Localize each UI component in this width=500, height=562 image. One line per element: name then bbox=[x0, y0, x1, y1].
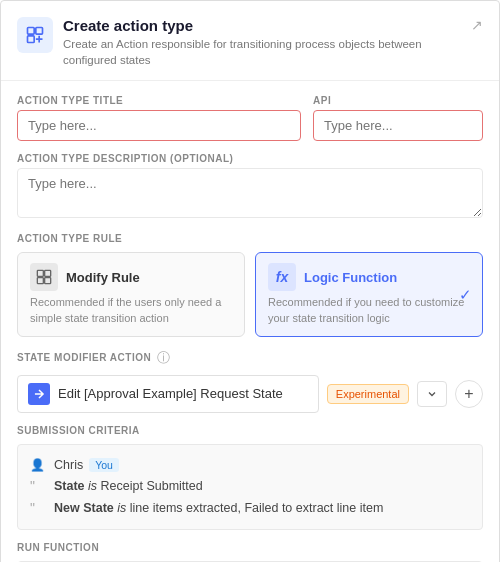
modal-header: Create action type Create an Action resp… bbox=[1, 1, 499, 81]
state-modifier-text: Edit [Approval Example] Request State bbox=[58, 386, 308, 401]
state-modifier-info-icon[interactable]: ⓘ bbox=[157, 349, 170, 367]
submission-criteria-label: SUBMISSION CRITERIA bbox=[17, 425, 483, 436]
criteria-state-label: State bbox=[54, 479, 85, 493]
user-icon: 👤 bbox=[30, 458, 46, 472]
external-link-icon[interactable]: ↗ bbox=[471, 17, 483, 33]
quote-icon-2: " bbox=[30, 500, 46, 516]
modify-rule-header: Modify Rule bbox=[30, 263, 232, 291]
run-function-section: RUN FUNCTION ⬤ [Approval Example] Reques… bbox=[17, 542, 483, 562]
title-field-group: ACTION TYPE TITLE bbox=[17, 95, 301, 141]
svg-rect-5 bbox=[37, 278, 43, 284]
svg-rect-0 bbox=[28, 28, 35, 35]
modify-rule-title: Modify Rule bbox=[66, 270, 140, 285]
state-modifier-dropdown-btn[interactable] bbox=[417, 381, 447, 407]
add-state-modifier-btn[interactable]: + bbox=[455, 380, 483, 408]
criteria-new-state-is: is bbox=[117, 501, 130, 515]
criteria-section: 👤 Chris You " State is Receipt Submitted bbox=[17, 444, 483, 530]
logic-function-icon: fx bbox=[268, 263, 296, 291]
api-field-group: API bbox=[313, 95, 483, 141]
modal-subtitle: Create an Action responsible for transit… bbox=[63, 36, 471, 68]
action-type-title-input[interactable] bbox=[17, 110, 301, 141]
state-modifier-label: STATE MODIFIER ACTION bbox=[17, 352, 151, 363]
logic-function-desc: Recommended if you need to customize you… bbox=[268, 295, 470, 326]
experimental-badge: Experimental bbox=[327, 384, 409, 404]
header-left: Create action type Create an Action resp… bbox=[17, 17, 471, 68]
svg-rect-2 bbox=[28, 36, 35, 43]
criteria-state-value: Receipt Submitted bbox=[101, 479, 203, 493]
svg-rect-1 bbox=[36, 28, 43, 35]
rule-section-label: ACTION TYPE RULE bbox=[17, 233, 483, 244]
criteria-user: Chris You bbox=[54, 458, 119, 472]
rule-options: Modify Rule Recommended if the users onl… bbox=[17, 252, 483, 337]
you-badge: You bbox=[89, 458, 119, 472]
title-api-row: ACTION TYPE TITLE API bbox=[17, 95, 483, 141]
description-input[interactable] bbox=[17, 168, 483, 218]
criteria-state-is: is bbox=[88, 479, 101, 493]
state-modifier-header: STATE MODIFIER ACTION ⓘ bbox=[17, 349, 483, 367]
modal-title: Create action type bbox=[63, 17, 471, 34]
header-icon bbox=[17, 17, 53, 53]
rule-section: ACTION TYPE RULE Modify Rule bbox=[17, 233, 483, 337]
api-input[interactable] bbox=[313, 110, 483, 141]
logic-function-card[interactable]: fx Logic Function Recommended if you nee… bbox=[255, 252, 483, 337]
logic-function-header: fx Logic Function bbox=[268, 263, 470, 291]
submission-criteria-section: SUBMISSION CRITERIA 👤 Chris You " State … bbox=[17, 425, 483, 530]
criteria-user-name: Chris bbox=[54, 458, 83, 472]
modify-rule-desc: Recommended if the users only need a sim… bbox=[30, 295, 232, 326]
description-label: ACTION TYPE DESCRIPTION (OPTIONAL) bbox=[17, 153, 483, 164]
description-field-group: ACTION TYPE DESCRIPTION (OPTIONAL) bbox=[17, 153, 483, 221]
header-text: Create action type Create an Action resp… bbox=[63, 17, 471, 68]
quote-icon-1: " bbox=[30, 478, 46, 494]
criteria-new-state-label: New State bbox=[54, 501, 114, 515]
api-label: API bbox=[313, 95, 483, 106]
svg-rect-4 bbox=[45, 271, 51, 277]
title-label: ACTION TYPE TITLE bbox=[17, 95, 301, 106]
svg-rect-6 bbox=[45, 278, 51, 284]
logic-function-title: Logic Function bbox=[304, 270, 397, 285]
modal-container: Create action type Create an Action resp… bbox=[0, 0, 500, 562]
state-modifier-selector[interactable]: Edit [Approval Example] Request State bbox=[17, 375, 319, 413]
run-function-label: RUN FUNCTION bbox=[17, 542, 483, 553]
state-modifier-section: STATE MODIFIER ACTION ⓘ Edit [Approval E… bbox=[17, 349, 483, 413]
state-modifier-action-icon bbox=[28, 383, 50, 405]
criteria-state-row: " State is Receipt Submitted bbox=[30, 475, 470, 497]
criteria-user-row: 👤 Chris You bbox=[30, 455, 470, 475]
svg-rect-3 bbox=[37, 271, 43, 277]
criteria-state-text: State is Receipt Submitted bbox=[54, 479, 203, 493]
modify-rule-icon bbox=[30, 263, 58, 291]
modify-rule-card[interactable]: Modify Rule Recommended if the users onl… bbox=[17, 252, 245, 337]
criteria-new-state-value: line items extracted, Failed to extract … bbox=[130, 501, 384, 515]
modal-content: ACTION TYPE TITLE API ACTION TYPE DESCRI… bbox=[1, 81, 499, 562]
criteria-new-state-text: New State is line items extracted, Faile… bbox=[54, 501, 383, 515]
state-modifier-row: Edit [Approval Example] Request State Ex… bbox=[17, 375, 483, 413]
criteria-new-state-row: " New State is line items extracted, Fai… bbox=[30, 497, 470, 519]
selected-check-icon: ✓ bbox=[459, 286, 472, 304]
